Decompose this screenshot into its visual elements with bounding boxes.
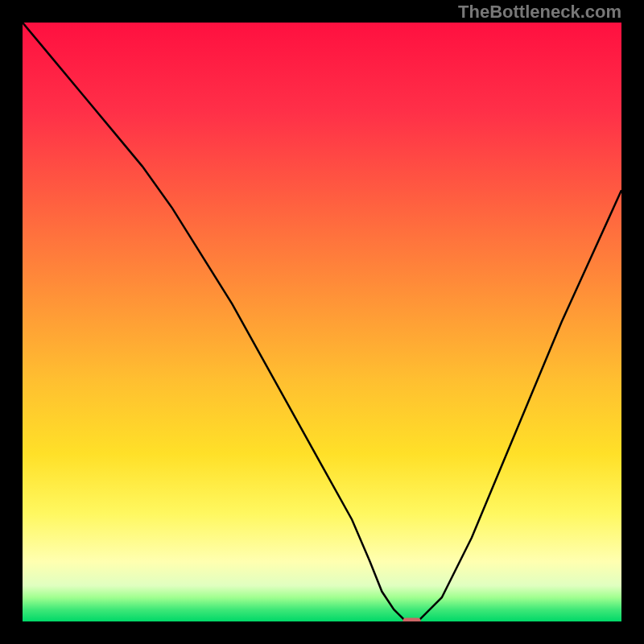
chart-svg	[23, 23, 621, 621]
plot-area	[23, 23, 621, 621]
optimal-marker	[402, 618, 420, 622]
chart-background	[23, 23, 621, 621]
watermark-text: TheBottleneck.com	[458, 2, 621, 23]
chart-container: TheBottleneck.com	[0, 0, 644, 644]
